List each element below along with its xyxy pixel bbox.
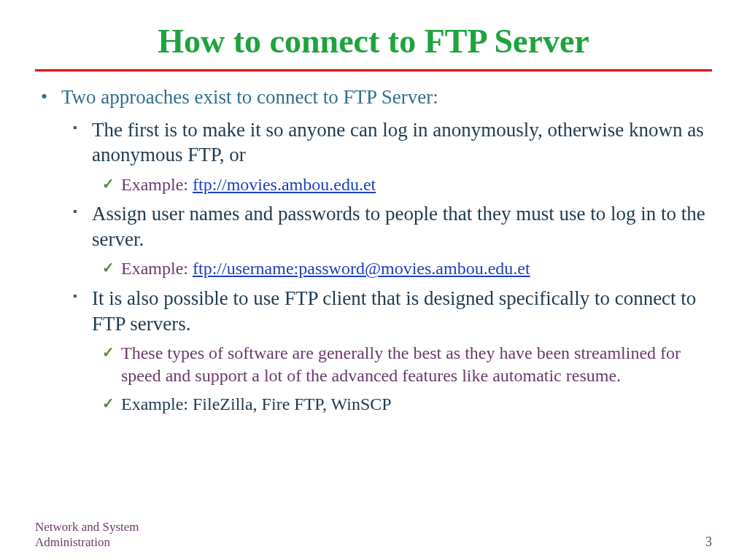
point3-text: It is also possible to use FTP client th…	[92, 287, 696, 335]
point1-text: The first is to make it so anyone can lo…	[92, 119, 704, 166]
slide: How to connect to FTP Server Two approac…	[0, 0, 747, 560]
sub-note: These types of software are generally th…	[121, 343, 681, 385]
example-label: Example:	[121, 259, 193, 278]
bullet-level2: Assign user names and passwords to peopl…	[35, 201, 712, 252]
footer-line2: Administration	[35, 534, 139, 550]
bullet-level3: Example: ftp://username:password@movies.…	[35, 257, 712, 280]
slide-content: Two approaches exist to connect to FTP S…	[35, 85, 712, 415]
bullet-level1: Two approaches exist to connect to FTP S…	[35, 85, 712, 110]
slide-footer: Network and System Administration 3	[35, 519, 712, 551]
page-number: 3	[705, 534, 712, 550]
title-underline	[35, 69, 712, 71]
intro-text: Two approaches exist to connect to FTP S…	[61, 86, 438, 108]
bullet-level3: Example: ftp://movies.ambou.edu.et	[35, 174, 712, 196]
example-label: Example:	[121, 175, 193, 194]
example-link[interactable]: ftp://username:password@movies.ambou.edu…	[193, 259, 530, 278]
bullet-level3: Example: FileZilla, Fire FTP, WinSCP	[35, 393, 712, 416]
point2-text: Assign user names and passwords to peopl…	[92, 203, 705, 250]
example-link[interactable]: ftp://movies.ambou.edu.et	[193, 175, 376, 194]
bullet-level2: The first is to make it so anyone can lo…	[35, 117, 712, 168]
bullet-level3: These types of software are generally th…	[35, 342, 712, 386]
example-software: Example: FileZilla, Fire FTP, WinSCP	[121, 394, 392, 413]
slide-title: How to connect to FTP Server	[35, 22, 712, 61]
bullet-level2: It is also possible to use FTP client th…	[35, 286, 712, 336]
footer-line1: Network and System	[35, 519, 139, 534]
footer-left: Network and System Administration	[35, 519, 139, 551]
